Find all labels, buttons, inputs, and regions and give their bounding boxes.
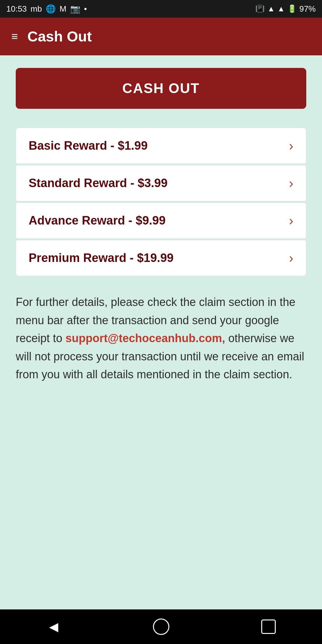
instagram-icon: 📷 — [70, 4, 80, 14]
standard-reward-label: Standard Reward - $3.99 — [29, 176, 167, 190]
status-bar: 10:53 mb 🌐 M 📷 • 📳 ▲ ▲ 🔋 97% — [0, 0, 322, 18]
basic-reward-label: Basic Reward - $1.99 — [29, 139, 148, 153]
signal-icon: ▲ — [277, 4, 285, 13]
basic-reward-item[interactable]: Basic Reward - $1.99 › — [16, 128, 306, 164]
dot-indicator: • — [84, 4, 87, 14]
support-email-link[interactable]: support@techoceanhub.com, — [65, 332, 225, 345]
standard-reward-item[interactable]: Standard Reward - $3.99 › — [16, 165, 306, 201]
advance-reward-item[interactable]: Advance Reward - $9.99 › — [16, 203, 306, 239]
back-button[interactable]: ◀ — [41, 614, 66, 639]
advance-reward-label: Advance Reward - $9.99 — [29, 214, 166, 227]
wifi-icon: ▲ — [267, 4, 275, 13]
time-display: 10:53 — [6, 4, 27, 14]
back-icon: ◀ — [49, 620, 58, 634]
chrome-icon: 🌐 — [46, 4, 56, 14]
cash-out-button[interactable]: CASH OUT — [16, 68, 306, 109]
gmail-icon: M — [59, 4, 66, 14]
standard-reward-chevron-icon: › — [289, 176, 293, 191]
premium-reward-chevron-icon: › — [289, 251, 293, 266]
recents-button[interactable] — [256, 614, 281, 639]
battery-level: 97% — [299, 4, 316, 14]
info-text: For further details, please check the cl… — [16, 293, 306, 384]
recents-icon — [261, 619, 276, 634]
carrier-name: mb — [31, 4, 42, 14]
battery-icon: 🔋 — [287, 4, 297, 13]
app-bar: ≡ Cash Out — [0, 18, 322, 55]
home-button[interactable] — [149, 614, 174, 639]
home-icon — [153, 619, 169, 635]
page-title: Cash Out — [27, 28, 92, 45]
premium-reward-label: Premium Reward - $19.99 — [29, 251, 173, 265]
premium-reward-item[interactable]: Premium Reward - $19.99 › — [16, 240, 306, 276]
main-content: CASH OUT Basic Reward - $1.99 › Standard… — [0, 55, 322, 609]
vibrate-icon: 📳 — [255, 4, 265, 13]
bottom-navigation-bar: ◀ — [0, 609, 322, 644]
rewards-list: Basic Reward - $1.99 › Standard Reward -… — [16, 128, 306, 277]
advance-reward-chevron-icon: › — [289, 213, 293, 228]
status-bar-right: 📳 ▲ ▲ 🔋 97% — [255, 4, 316, 14]
hamburger-menu-icon[interactable]: ≡ — [11, 31, 18, 42]
basic-reward-chevron-icon: › — [289, 138, 293, 153]
status-bar-left: 10:53 mb 🌐 M 📷 • — [6, 4, 87, 14]
